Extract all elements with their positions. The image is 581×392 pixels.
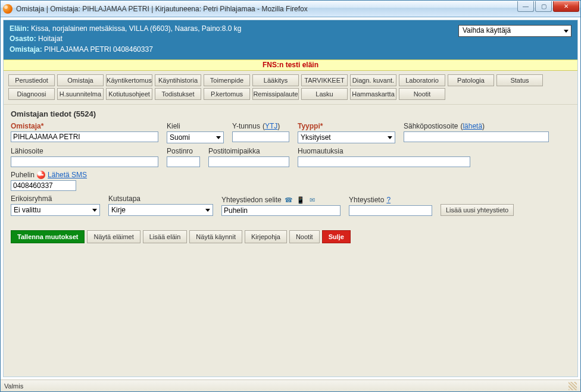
yhteystiedon-selite-label: Yhteystiedon selite ☎ 📱 ✉ (221, 196, 341, 204)
nav-item-row2-4[interactable]: P.kertomus (204, 88, 250, 100)
chevron-down-icon (92, 209, 97, 212)
send-email-link[interactable]: lähetä (463, 122, 482, 130)
kutsutapa-label: Kutsutapa (108, 195, 213, 203)
omistaja-input[interactable] (11, 131, 158, 142)
erikoisryhma-value: Ei valittu (14, 206, 40, 214)
phone-icon[interactable]: ☎ (284, 196, 293, 204)
kieli-label: Kieli (167, 122, 224, 130)
nav-item-row1-4[interactable]: Toimenpide (204, 74, 250, 86)
ytunnus-input[interactable] (232, 131, 289, 142)
postitoimipaikka-input[interactable] (208, 156, 289, 167)
nav-item-row2-6[interactable]: Lasku (301, 88, 348, 100)
nav-item-row2-0[interactable]: Diagnoosi (8, 88, 55, 100)
minimize-button[interactable]: — (517, 1, 534, 12)
elain-value: Kissa, norjalainen metsäkissa, VILLA (66… (31, 24, 242, 33)
status-text: Valmis (4, 382, 23, 390)
test-animal-banner: FNS:n testi eläin (4, 59, 577, 71)
nav-item-row1-1[interactable]: Omistaja (57, 74, 104, 86)
postitoimipaikka-label: Postitoimipaikka (208, 147, 289, 155)
tyyppi-value: Yksityiset (301, 133, 331, 142)
stop-icon (37, 171, 45, 179)
puhelin-label: Puhelin Lähetä SMS (11, 171, 100, 179)
section-title: Omistajan tiedot (5524) (4, 105, 577, 122)
erikoisryhma-label: Erikoisryhmä (11, 195, 100, 203)
window-title: Omistaja | Omistaja: PIHLAJAMAA PETRI | … (16, 5, 308, 13)
save-button[interactable]: Tallenna muutokset (11, 230, 85, 243)
omistaja-label: Omistaja: (10, 45, 42, 54)
nav-item-row2-3[interactable]: Todistukset (155, 88, 201, 100)
user-switch-label: Vaihda käyttäjä (463, 26, 511, 36)
nav-item-row1-9[interactable]: Patologia (448, 74, 494, 86)
send-sms-link[interactable]: Lähetä SMS (48, 171, 87, 179)
sahkoposti-label: Sähköpostiosoite (lähetä) (404, 122, 549, 130)
chevron-down-icon (388, 136, 392, 139)
show-visits-button[interactable]: Näytä käynnit (189, 230, 242, 243)
yhteystieto-input[interactable] (349, 205, 432, 216)
chevron-down-icon (564, 30, 568, 33)
omistaja-value: PIHLAJAMAA PETRI 0408460337 (44, 45, 153, 54)
mail-icon[interactable]: ✉ (308, 196, 317, 204)
nav-item-row1-10[interactable]: Status (496, 74, 543, 86)
close-button[interactable]: Sulje (322, 230, 351, 243)
nav-item-row2-2[interactable]: Kotiutusohjeet (106, 88, 152, 100)
add-contact-button[interactable]: Lisää uusi yhteystieto (441, 204, 514, 216)
lahiosoite-input[interactable] (11, 156, 158, 167)
chevron-down-icon (205, 209, 210, 212)
kutsutapa-select[interactable]: Kirje (108, 204, 213, 216)
nav-item-row2-5[interactable]: Remissipalaute (252, 88, 299, 100)
yhteystieto-help-link[interactable]: ? (386, 196, 391, 204)
titlebar: Omistaja | Omistaja: PIHLAJAMAA PETRI | … (1, 1, 580, 17)
nav-item-row1-5[interactable]: Lääkitys (252, 74, 299, 86)
tyyppi-select[interactable]: Yksityiset (298, 131, 395, 143)
kieli-select[interactable]: Suomi (167, 131, 224, 143)
yhteystiedon-selite-input[interactable] (221, 205, 341, 216)
nav-item-row2-1[interactable]: H.suunnitelma (57, 88, 104, 100)
nav-item-row1-6[interactable]: TARVIKKEET (301, 74, 348, 86)
add-animal-button[interactable]: Lisää eläin (143, 230, 188, 243)
action-bar: Tallenna muutokset Näytä eläimet Lisää e… (4, 225, 577, 248)
huomautuksia-label: Huomautuksia (298, 147, 470, 155)
ytj-link[interactable]: YTJ (265, 122, 277, 130)
elain-label: Eläin: (10, 24, 29, 33)
nav-item-row1-7[interactable]: Diagn. kuvant. (350, 74, 396, 86)
ytunnus-label: Y-tunnus (YTJ) (232, 122, 289, 130)
postinro-label: Postinro (167, 147, 200, 155)
nav-item-row1-8[interactable]: Laboratorio (399, 74, 445, 86)
maximize-button[interactable]: ▢ (535, 1, 552, 12)
user-switch-dropdown[interactable]: Vaihda käyttäjä (458, 25, 571, 37)
nav-item-row1-0[interactable]: Perustiedot (8, 74, 55, 86)
chevron-down-icon (216, 136, 221, 139)
window-close-button[interactable]: ✕ (553, 1, 579, 12)
puhelin-input[interactable] (11, 180, 76, 191)
tyyppi-label: Tyyppi* (298, 122, 395, 130)
yhteystieto-label: Yhteystieto ? (349, 196, 432, 204)
statusbar: Valmis (1, 380, 580, 391)
mobile-icon[interactable]: 📱 (296, 196, 305, 204)
osasto-label: Osasto: (10, 35, 36, 43)
kutsutapa-value: Kirje (111, 206, 126, 214)
letter-template-button[interactable]: Kirjepohja (245, 230, 287, 243)
notes-button[interactable]: Nootit (289, 230, 320, 243)
content-area (4, 248, 577, 377)
omistaja-field-label: Omistaja* (11, 122, 158, 130)
nav-item-row2-8[interactable]: Nootit (399, 88, 445, 100)
sahkoposti-input[interactable] (404, 131, 549, 142)
erikoisryhma-select[interactable]: Ei valittu (11, 204, 100, 216)
kieli-value: Suomi (170, 133, 190, 142)
nav-area: PerustiedotOmistajaKäyntikertomusKäyntih… (4, 71, 577, 105)
info-header: Eläin: Kissa, norjalainen metsäkissa, VI… (4, 20, 577, 59)
nav-item-row1-3[interactable]: Käyntihistoria (155, 74, 201, 86)
huomautuksia-input[interactable] (298, 156, 470, 167)
firefox-icon (3, 4, 13, 14)
show-animals-button[interactable]: Näytä eläimet (87, 230, 140, 243)
nav-item-row2-7[interactable]: Hammaskartta (350, 88, 396, 100)
lahiosoite-label: Lähiosoite (11, 147, 158, 155)
nav-item-row1-2[interactable]: Käyntikertomus (106, 74, 152, 86)
postinro-input[interactable] (167, 156, 200, 167)
resize-grip-icon[interactable] (568, 382, 577, 390)
osasto-value: Hoitajat (38, 35, 63, 43)
